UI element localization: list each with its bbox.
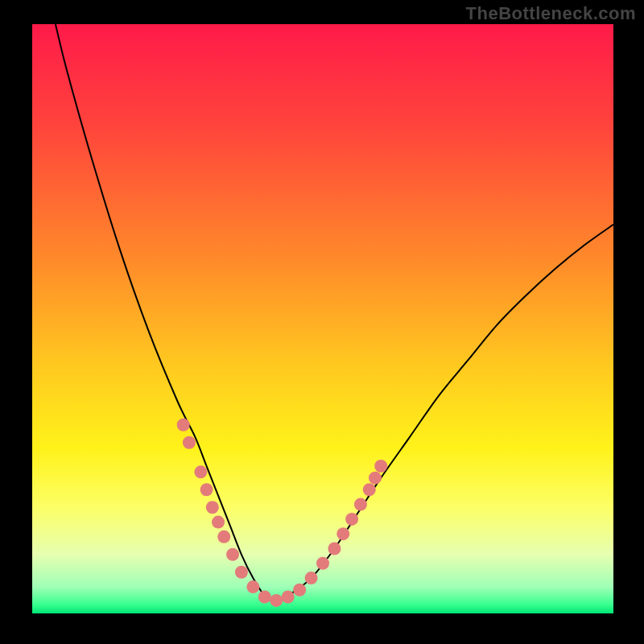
highlight-dot xyxy=(345,513,358,526)
highlight-dot xyxy=(246,580,259,593)
highlight-dot xyxy=(354,498,367,511)
highlight-dot xyxy=(336,527,349,540)
highlight-dot xyxy=(200,483,213,496)
highlight-dot xyxy=(369,472,382,485)
highlight-dot xyxy=(217,530,230,543)
chart-frame: TheBottleneck.com xyxy=(0,0,644,644)
highlight-dot xyxy=(316,557,329,570)
highlight-dot xyxy=(235,566,248,579)
highlight-dot xyxy=(212,516,225,529)
watermark-text: TheBottleneck.com xyxy=(466,3,636,24)
highlight-dot xyxy=(226,548,239,561)
highlight-dot xyxy=(194,465,207,478)
highlight-dot xyxy=(282,591,295,604)
highlight-dot xyxy=(328,542,341,555)
plot-area xyxy=(32,24,613,613)
highlight-dot xyxy=(258,591,271,604)
highlight-dot xyxy=(270,594,283,607)
plot-background xyxy=(32,24,613,613)
highlight-dot xyxy=(305,572,318,584)
highlight-dot xyxy=(177,419,190,431)
highlight-dot xyxy=(363,483,376,496)
highlight-dot xyxy=(183,436,196,449)
highlight-dot xyxy=(206,501,219,514)
plot-svg xyxy=(32,24,613,613)
highlight-dot xyxy=(374,460,387,473)
highlight-dot xyxy=(293,584,306,597)
